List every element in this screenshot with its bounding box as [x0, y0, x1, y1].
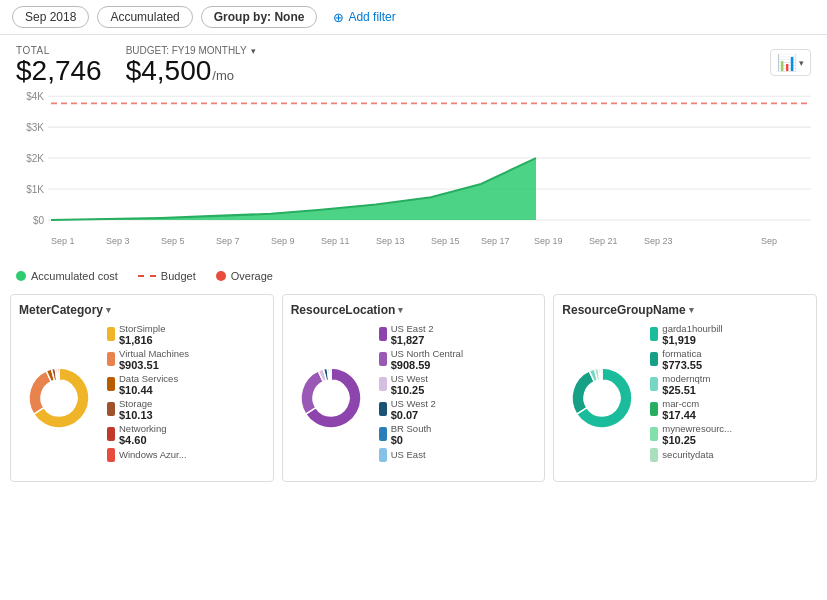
- legend-name: US North Central: [391, 348, 537, 359]
- legend-value: $773.55: [662, 359, 808, 371]
- legend-row: US West 2 $0.07: [379, 398, 537, 421]
- legend-name: mynewresourc...: [662, 423, 808, 434]
- legend-name: Virtual Machines: [119, 348, 265, 359]
- legend-name: Data Services: [119, 373, 265, 384]
- legend-value: $1,919: [662, 334, 808, 346]
- legend-value: $17.44: [662, 409, 808, 421]
- legend-value: $4.60: [119, 434, 265, 446]
- chart-legend: Accumulated cost Budget Overage: [0, 266, 827, 288]
- svg-text:Sep: Sep: [761, 235, 777, 245]
- card-body-resourceGroupName: garda1hourbill $1,919 formatica $773.55: [562, 323, 808, 473]
- legend-name: garda1hourbill: [662, 323, 808, 334]
- legend-row: Windows Azur...: [107, 448, 265, 462]
- total-block: TOTAL $2,746: [16, 45, 102, 87]
- svg-text:Sep 17: Sep 17: [481, 235, 509, 245]
- legend-budget: Budget: [138, 270, 196, 282]
- legend-color-bar: [107, 327, 115, 341]
- legend-color-bar: [650, 402, 658, 416]
- card-body-meterCategory: StorSimple $1,816 Virtual Machines $903.…: [19, 323, 265, 473]
- legend-color-bar: [107, 352, 115, 366]
- legend-value: $10.44: [119, 384, 265, 396]
- legend-list-resourceLocation: US East 2 $1,827 US North Central $908.5…: [379, 323, 537, 473]
- chart-dropdown-icon: ▾: [799, 58, 804, 68]
- legend-row: Data Services $10.44: [107, 373, 265, 396]
- legend-row: US East: [379, 448, 537, 462]
- legend-row: StorSimple $1,816: [107, 323, 265, 346]
- legend-text: Storage $10.13: [119, 398, 265, 421]
- legend-text: StorSimple $1,816: [119, 323, 265, 346]
- legend-text: US North Central $908.59: [391, 348, 537, 371]
- legend-name: BR South: [391, 423, 537, 434]
- budget-sub: /mo: [212, 68, 234, 83]
- legend-text: Virtual Machines $903.51: [119, 348, 265, 371]
- budget-dash-icon: [138, 275, 156, 277]
- legend-row: modernqtm $25.51: [650, 373, 808, 396]
- groupby-filter-label: Group by: None: [214, 10, 305, 24]
- budget-block: BUDGET: FY19 MONTHLY ▾ $4,500 /mo: [126, 45, 256, 87]
- legend-text: modernqtm $25.51: [662, 373, 808, 396]
- legend-value: $1,827: [391, 334, 537, 346]
- legend-text: Networking $4.60: [119, 423, 265, 446]
- legend-text: formatica $773.55: [662, 348, 808, 371]
- legend-text: US East 2 $1,827: [391, 323, 537, 346]
- legend-name: securitydata: [662, 449, 808, 460]
- legend-text: BR South $0: [391, 423, 537, 446]
- budget-value: $4,500: [126, 56, 212, 87]
- legend-color-bar: [650, 327, 658, 341]
- card-title-caret-resourceLocation: ▾: [398, 305, 403, 315]
- card-title-caret-resourceGroupName: ▾: [689, 305, 694, 315]
- legend-text: Data Services $10.44: [119, 373, 265, 396]
- accumulated-filter-pill[interactable]: Accumulated: [97, 6, 192, 28]
- svg-text:$3K: $3K: [26, 122, 44, 133]
- card-meterCategory: MeterCategory ▾ StorSimple $1,816: [10, 294, 274, 482]
- filter-bar: Sep 2018 Accumulated Group by: None ⊕ Ad…: [0, 0, 827, 35]
- legend-color-bar: [379, 427, 387, 441]
- svg-text:Sep 5: Sep 5: [161, 235, 184, 245]
- svg-text:Sep 9: Sep 9: [271, 235, 294, 245]
- legend-text: mar-ccm $17.44: [662, 398, 808, 421]
- accumulated-filter-label: Accumulated: [110, 10, 179, 24]
- card-title-meterCategory[interactable]: MeterCategory ▾: [19, 303, 265, 317]
- legend-name: Windows Azur...: [119, 449, 265, 460]
- legend-row: Storage $10.13: [107, 398, 265, 421]
- add-filter-button[interactable]: ⊕ Add filter: [325, 7, 403, 28]
- groupby-filter-pill[interactable]: Group by: None: [201, 6, 318, 28]
- card-title-text-meterCategory: MeterCategory: [19, 303, 103, 317]
- legend-row: US East 2 $1,827: [379, 323, 537, 346]
- legend-name: Storage: [119, 398, 265, 409]
- accumulated-dot: [16, 271, 26, 281]
- legend-name: US East 2: [391, 323, 537, 334]
- total-value: $2,746: [16, 56, 102, 87]
- legend-row: mar-ccm $17.44: [650, 398, 808, 421]
- legend-value: $10.13: [119, 409, 265, 421]
- svg-text:Sep 7: Sep 7: [216, 235, 239, 245]
- card-title-resourceLocation[interactable]: ResourceLocation ▾: [291, 303, 537, 317]
- svg-text:Sep 23: Sep 23: [644, 235, 672, 245]
- legend-row: securitydata: [650, 448, 808, 462]
- legend-color-bar: [107, 377, 115, 391]
- svg-text:Sep 21: Sep 21: [589, 235, 617, 245]
- legend-value: $10.25: [662, 434, 808, 446]
- legend-color-bar: [379, 377, 387, 391]
- svg-text:Sep 13: Sep 13: [376, 235, 404, 245]
- legend-name: modernqtm: [662, 373, 808, 384]
- legend-text: US East: [391, 449, 537, 460]
- legend-list-resourceGroupName: garda1hourbill $1,919 formatica $773.55: [650, 323, 808, 473]
- cards-row: MeterCategory ▾ StorSimple $1,816: [0, 288, 827, 488]
- card-title-resourceGroupName[interactable]: ResourceGroupName ▾: [562, 303, 808, 317]
- legend-name: US East: [391, 449, 537, 460]
- legend-name: US West 2: [391, 398, 537, 409]
- chart-type-button[interactable]: 📊 ▾: [770, 49, 811, 76]
- svg-text:Sep 1: Sep 1: [51, 235, 74, 245]
- svg-text:Sep 19: Sep 19: [534, 235, 562, 245]
- legend-value: $10.25: [391, 384, 537, 396]
- legend-row: Virtual Machines $903.51: [107, 348, 265, 371]
- budget-caret-icon: ▾: [251, 46, 256, 56]
- accumulated-legend-label: Accumulated cost: [31, 270, 118, 282]
- date-filter-label: Sep 2018: [25, 10, 76, 24]
- date-filter-pill[interactable]: Sep 2018: [12, 6, 89, 28]
- svg-text:$0: $0: [33, 215, 44, 226]
- legend-text: mynewresourc... $10.25: [662, 423, 808, 446]
- legend-name: mar-ccm: [662, 398, 808, 409]
- card-title-text-resourceLocation: ResourceLocation: [291, 303, 396, 317]
